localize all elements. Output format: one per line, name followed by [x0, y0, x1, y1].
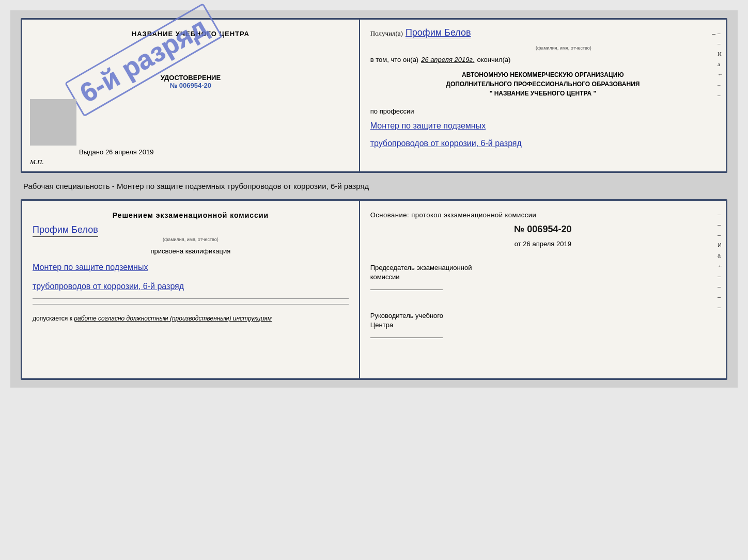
cert-bottom-right: Основание: протокол экзаменационной коми… [360, 201, 726, 378]
rukovoditel-block: Руководитель учебного Центра [370, 311, 715, 341]
profession-hw2: трубопроводов от коррозии, 6-й разряд [370, 137, 715, 150]
vtom-date: 26 апреля 2019г. [421, 56, 474, 63]
dopuskaetsya-hw: работе согласно должностным (производств… [74, 315, 272, 322]
side-dash-b: И [718, 242, 723, 248]
side-dash: а [718, 61, 723, 67]
certificate-bottom: Решением экзаменационной комиссии Профим… [21, 199, 727, 380]
middle-text: Рабочая специальность - Монтер по защите… [21, 178, 727, 194]
org-block: АВТОНОМНУЮ НЕКОММЕРЧЕСКУЮ ОРГАНИЗАЦИЮ ДО… [370, 70, 715, 98]
line-separator-2 [33, 304, 349, 305]
predsedatel-line2: комиссии [370, 273, 715, 282]
profession-hw1: Монтер по защите подземных [370, 119, 715, 133]
mp-block: М.П. [30, 158, 44, 166]
side-dash-b: – [718, 221, 723, 228]
school-name-label: НАЗВАНИЕ УЧЕБНОГО ЦЕНТРА [132, 30, 250, 38]
line-separator-1 [33, 298, 349, 299]
side-dash: – [718, 82, 723, 88]
dash: – [712, 29, 715, 38]
rukovoditel-line2: Центра [370, 321, 715, 330]
side-dash: – [718, 30, 723, 36]
side-dash: И [718, 51, 723, 57]
org-line1: АВТОНОМНУЮ НЕКОММЕРЧЕСКУЮ ОРГАНИЗАЦИЮ [370, 70, 715, 79]
poluchil-row: Получил(а) Профим Белов – [370, 27, 715, 39]
vtom-label: в том, что он(а) [370, 56, 418, 63]
profession-bottom-hw2: трубопроводов от коррозии, 6-й разряд [33, 279, 349, 293]
udostoverenie-label: УДОСТОВЕРЕНИЕ [161, 74, 221, 82]
fio-small-bottom: (фамилия, имя, отчество) [33, 237, 349, 242]
profession-label: по профессии [370, 107, 715, 115]
dopuskaetsya-block: допускается к работе согласно должностны… [33, 315, 349, 322]
predsedatel-block: Председатель экзаменационной комиссии [370, 263, 715, 293]
page-wrapper: НАЗВАНИЕ УЧЕБНОГО ЦЕНТРА 6-й разряд УДОС… [10, 10, 738, 388]
vtom-row: в том, что он(а) 26 апреля 2019г. окончи… [370, 56, 715, 63]
side-dash-b: ← [718, 263, 723, 269]
udostoverenie-block: УДОСТОВЕРЕНИЕ № 006954-20 [161, 74, 221, 89]
side-dash-b: – [718, 232, 723, 238]
org-line3: " НАЗВАНИЕ УЧЕБНОГО ЦЕНТРА " [370, 89, 715, 98]
okonchil-label: окончил(а) [477, 56, 510, 63]
profession-bottom-hw1: Монтер по защите подземных [33, 260, 349, 274]
poluchil-label: Получил(а) [370, 29, 403, 38]
side-dash-b: – [718, 294, 723, 300]
side-dash: – [718, 40, 723, 46]
vydano-block: Выдано 26 апреля 2019 [79, 148, 153, 156]
side-dash-b: – [718, 283, 723, 290]
fio-small-label: (фамилия, имя, отчество) [536, 45, 591, 51]
photo-placeholder [30, 99, 76, 146]
rukovoditel-signature-line [370, 338, 443, 338]
rukovoditel-line1: Руководитель учебного [370, 311, 715, 321]
right-side-dashes-bottom: – – – И а ← – – – – [718, 211, 723, 368]
predsedatel-signature-line [370, 290, 443, 290]
vydano-label: Выдано [79, 148, 103, 156]
side-dash-b: а [718, 252, 723, 259]
reshenie-title: Решением экзаменационной комиссии [33, 211, 349, 219]
org-line2: ДОПОЛНИТЕЛЬНОГО ПРОФЕССИОНАЛЬНОГО ОБРАЗО… [370, 79, 715, 89]
cert-right: Получил(а) Профим Белов – (фамилия, имя,… [360, 20, 726, 171]
handwritten-name-bottom: Профим Белов [33, 225, 98, 237]
ot-label: от [515, 240, 521, 248]
ot-date: от 26 апреля 2019 [370, 240, 715, 248]
predsedatel-line1: Председатель экзаменационной [370, 263, 715, 273]
prisvoena-label: присвоена квалификация [33, 247, 349, 255]
side-dash: ← [718, 71, 723, 77]
side-dash-b: – [718, 273, 723, 279]
name-hw-block: Профим Белов (фамилия, имя, отчество) [33, 225, 349, 242]
stamp-diagonal: 6-й разряд [65, 3, 223, 117]
side-dash-b: – [718, 211, 723, 217]
cert-left: НАЗВАНИЕ УЧЕБНОГО ЦЕНТРА 6-й разряд УДОС… [22, 20, 360, 171]
cert-bottom-left: Решением экзаменационной комиссии Профим… [22, 201, 360, 378]
poluchil-name: Профим Белов [406, 27, 471, 39]
vydano-date: 26 апреля 2019 [105, 148, 154, 156]
side-dash: – [718, 92, 723, 98]
ot-date-value: 26 апреля 2019 [523, 240, 571, 248]
right-side-dashes: – – И а ← – – [718, 30, 723, 161]
certificate-top: НАЗВАНИЕ УЧЕБНОГО ЦЕНТРА 6-й разряд УДОС… [21, 18, 727, 173]
side-dash-b: – [718, 304, 723, 310]
udostoverenie-num: № 006954-20 [161, 82, 221, 89]
num-big: № 006954-20 [370, 224, 715, 235]
osnovanie-title: Основание: протокол экзаменационной коми… [370, 211, 715, 219]
dopuskaetsya-label: допускается к [33, 315, 72, 322]
